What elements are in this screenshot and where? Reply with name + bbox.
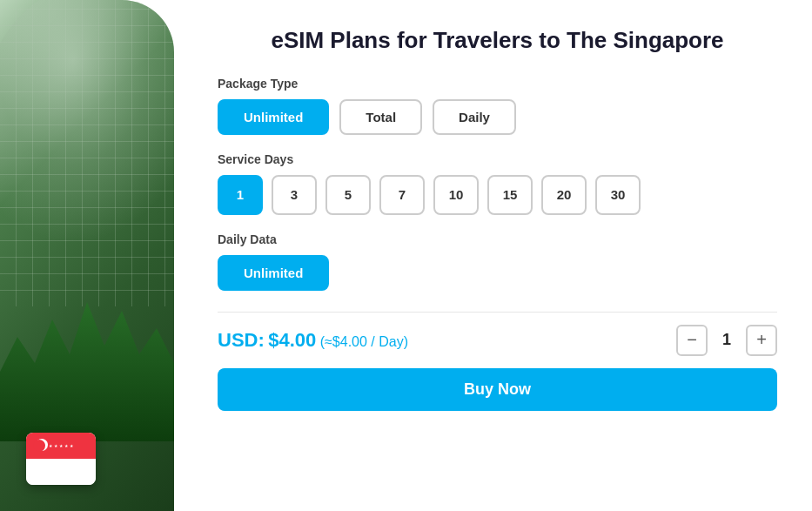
page-title: eSIM Plans for Travelers to The Singapor… bbox=[218, 26, 777, 56]
price-display: USD: $4.00 (≈$4.00 / Day) bbox=[218, 329, 408, 352]
service-days-section: Service Days 1 3 5 7 10 15 20 30 bbox=[218, 152, 777, 232]
service-days-label: Service Days bbox=[218, 152, 777, 166]
quantity-value: 1 bbox=[718, 331, 735, 349]
stars-row: ★ ★ ★ ★ ★ bbox=[49, 444, 73, 448]
service-days-row: 1 3 5 7 10 15 20 30 bbox=[218, 175, 777, 215]
price-currency: USD: bbox=[218, 329, 265, 351]
quantity-control: − 1 + bbox=[676, 325, 777, 356]
data-unlimited-button[interactable]: Unlimited bbox=[218, 255, 329, 291]
day-3-button[interactable]: 3 bbox=[272, 175, 317, 215]
flag-singapore: ★ ★ ★ ★ ★ bbox=[26, 433, 96, 485]
star-1: ★ bbox=[49, 444, 52, 448]
price-per-day: (≈$4.00 / Day) bbox=[320, 334, 408, 349]
day-1-button[interactable]: 1 bbox=[218, 175, 263, 215]
star-2: ★ bbox=[54, 444, 57, 448]
day-7-button[interactable]: 7 bbox=[379, 175, 425, 215]
package-unlimited-button[interactable]: Unlimited bbox=[218, 99, 329, 135]
flag-bottom-half bbox=[26, 459, 96, 485]
star-4: ★ bbox=[64, 444, 68, 448]
price-row: USD: $4.00 (≈$4.00 / Day) − 1 + bbox=[218, 312, 777, 356]
day-10-button[interactable]: 10 bbox=[433, 175, 479, 215]
daily-data-row: Unlimited bbox=[218, 255, 777, 291]
package-daily-button[interactable]: Daily bbox=[433, 99, 516, 135]
package-type-label: Package Type bbox=[218, 77, 777, 91]
daily-data-section: Daily Data Unlimited bbox=[218, 232, 777, 312]
quantity-decrement-button[interactable]: − bbox=[676, 325, 708, 356]
day-20-button[interactable]: 20 bbox=[541, 175, 587, 215]
price-amount: $4.00 bbox=[268, 329, 316, 351]
flag-top-half: ★ ★ ★ ★ ★ bbox=[26, 433, 96, 459]
day-30-button[interactable]: 30 bbox=[595, 175, 641, 215]
day-15-button[interactable]: 15 bbox=[487, 175, 533, 215]
star-5: ★ bbox=[70, 444, 73, 448]
crescent-moon bbox=[33, 440, 45, 452]
day-5-button[interactable]: 5 bbox=[325, 175, 371, 215]
quantity-increment-button[interactable]: + bbox=[746, 325, 777, 356]
buy-now-button[interactable]: Buy Now bbox=[218, 368, 777, 411]
left-panel: ★ ★ ★ ★ ★ bbox=[0, 0, 174, 511]
dome-lines bbox=[0, 0, 174, 306]
background-image: ★ ★ ★ ★ ★ bbox=[0, 0, 174, 511]
right-panel: eSIM Plans for Travelers to The Singapor… bbox=[174, 0, 812, 511]
star-3: ★ bbox=[59, 444, 63, 448]
package-total-button[interactable]: Total bbox=[339, 99, 422, 135]
daily-data-label: Daily Data bbox=[218, 232, 777, 246]
package-type-row: Unlimited Total Daily bbox=[218, 99, 777, 135]
package-type-section: Package Type Unlimited Total Daily bbox=[218, 77, 777, 152]
